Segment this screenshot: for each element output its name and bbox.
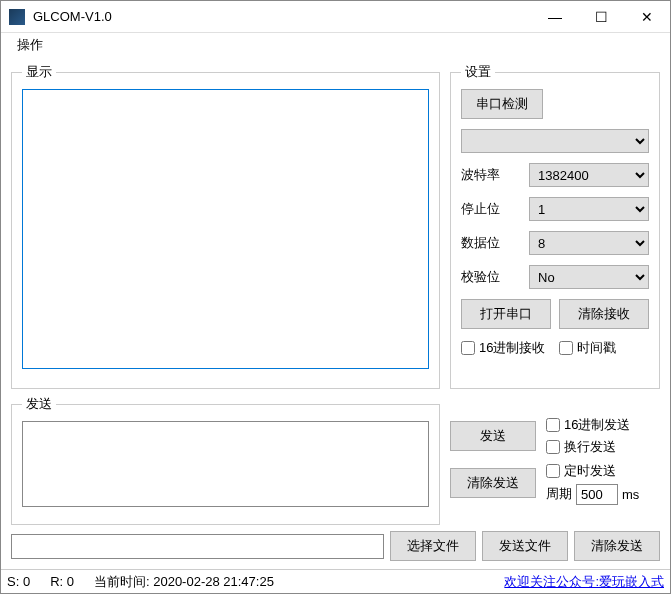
period-label: 周期 — [546, 485, 572, 503]
parity-select[interactable]: No — [529, 265, 649, 289]
window-title: GLCOM-V1.0 — [33, 9, 532, 24]
clear-send-button[interactable]: 清除发送 — [574, 531, 660, 561]
file-row: 选择文件 发送文件 清除发送 — [11, 531, 660, 561]
period-unit: ms — [622, 487, 639, 502]
maximize-button[interactable]: ☐ — [578, 1, 624, 33]
clear-rx-button[interactable]: 清除接收 — [559, 299, 649, 329]
port-select[interactable] — [461, 129, 649, 153]
file-path-input[interactable] — [11, 534, 384, 559]
status-time: 当前时间: 2020-02-28 21:47:25 — [94, 573, 274, 591]
baud-select[interactable]: 1382400 — [529, 163, 649, 187]
display-group: 显示 — [11, 63, 440, 389]
client-area: 显示 设置 串口检测 波特率 1382400 停止位 1 数据位 8 — [1, 57, 670, 569]
menubar: 操作 — [1, 33, 670, 57]
send-group: 发送 — [11, 395, 440, 525]
hex-tx-checkbox[interactable]: 16进制发送 — [546, 416, 630, 434]
titlebar: GLCOM-V1.0 — ☐ ✕ — [1, 1, 670, 33]
choose-file-button[interactable]: 选择文件 — [390, 531, 476, 561]
databits-select[interactable]: 8 — [529, 231, 649, 255]
status-received: R: 0 — [50, 574, 74, 589]
clear-tx-button[interactable]: 清除发送 — [450, 468, 536, 498]
stopbits-label: 停止位 — [461, 200, 521, 218]
parity-label: 校验位 — [461, 268, 521, 286]
detect-port-button[interactable]: 串口检测 — [461, 89, 543, 119]
statusbar: S: 0 R: 0 当前时间: 2020-02-28 21:47:25 欢迎关注… — [1, 569, 670, 593]
send-button[interactable]: 发送 — [450, 421, 536, 451]
timestamp-checkbox[interactable]: 时间戳 — [559, 339, 616, 357]
status-link[interactable]: 欢迎关注公众号:爱玩嵌入式 — [504, 573, 664, 591]
window-controls: — ☐ ✕ — [532, 1, 670, 33]
timed-send-checkbox[interactable]: 定时发送 — [546, 462, 639, 480]
baud-label: 波特率 — [461, 166, 521, 184]
send-legend: 发送 — [22, 395, 56, 413]
settings-legend: 设置 — [461, 63, 495, 81]
app-icon — [9, 9, 25, 25]
display-legend: 显示 — [22, 63, 56, 81]
databits-label: 数据位 — [461, 234, 521, 252]
open-port-button[interactable]: 打开串口 — [461, 299, 551, 329]
send-file-button[interactable]: 发送文件 — [482, 531, 568, 561]
hex-rx-checkbox[interactable]: 16进制接收 — [461, 339, 545, 357]
send-textarea[interactable] — [22, 421, 429, 507]
app-window: GLCOM-V1.0 — ☐ ✕ 操作 显示 设置 串口检测 波特率 13824… — [0, 0, 671, 594]
settings-group: 设置 串口检测 波特率 1382400 停止位 1 数据位 8 校验位 No — [450, 63, 660, 389]
period-input[interactable] — [576, 484, 618, 505]
newline-checkbox[interactable]: 换行发送 — [546, 438, 630, 456]
stopbits-select[interactable]: 1 — [529, 197, 649, 221]
menu-operation[interactable]: 操作 — [9, 34, 51, 56]
close-button[interactable]: ✕ — [624, 1, 670, 33]
minimize-button[interactable]: — — [532, 1, 578, 33]
send-controls: 发送 16进制发送 换行发送 清除发送 定时发送 周期 ms — [450, 395, 660, 525]
status-sent: S: 0 — [7, 574, 30, 589]
display-textarea[interactable] — [22, 89, 429, 369]
